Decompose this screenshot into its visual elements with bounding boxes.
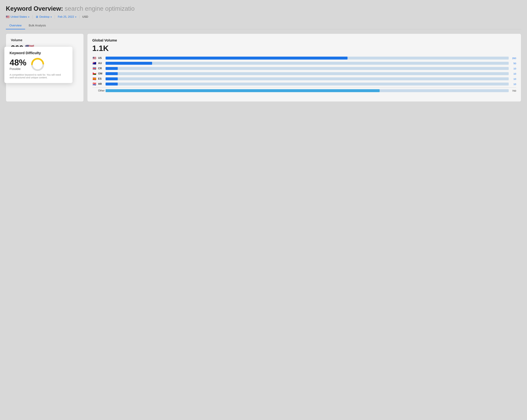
flag-es-icon: 🇪🇸 [92,77,97,81]
us-flag-icon: 🇺🇸 [6,15,9,19]
bar-value-au: 50 [510,62,516,65]
kd-donut-chart [30,57,45,72]
bar-row-es: 🇪🇸 ES 10 [92,77,516,81]
bar-value-es: 10 [510,77,516,80]
bar-track-us [106,57,509,60]
bar-track-au [106,62,509,65]
global-bars: 🇺🇸 US 260 🇦🇺 AU 50 🇨🇷 CR 10 🇴🇲 OM [92,56,516,92]
country-code-om: OM [98,72,104,75]
title-gray: search engine optimizatio [63,5,135,12]
bar-track-es [106,77,509,80]
kd-description: A competitive keyword to rank for. You w… [10,73,65,79]
country-code-hr: HR [98,83,104,86]
country-code-us: US [98,57,104,60]
bar-value-om: 10 [510,72,516,75]
tab-bulk-analysis[interactable]: Bulk Analysis [25,22,49,29]
device-label: Desktop [39,15,49,19]
volume-card: Volume 260 🇺🇸 Keyword Difficulty 48% Pos… [6,33,84,102]
filter-bar: 🇺🇸 United States ▾ 🖥 Desktop ▾ Feb 25, 2… [6,15,521,19]
global-volume-label: Global Volume [92,38,516,43]
currency-label: USD [82,15,88,19]
bar-track-om [106,72,509,75]
bar-fill-other [106,89,380,92]
country-code-es: ES [98,77,104,80]
page-title: Keyword Overview: search engine optimiza… [6,5,521,12]
kd-popup: Keyword Difficulty 48% Possible A compet… [4,47,73,83]
country-code-cr: CR [98,67,104,70]
country-filter[interactable]: 🇺🇸 United States ▾ [6,15,33,19]
donut-svg [30,57,45,72]
kd-body: 48% Possible [10,57,67,72]
kd-status: Possible [10,67,26,71]
bar-track-other [106,89,509,92]
bar-fill-es [106,77,118,80]
kd-left: 48% Possible [10,58,26,71]
bar-row-au: 🇦🇺 AU 50 [92,61,516,65]
bar-row-other: Other 700 [92,89,516,92]
other-value: 700 [510,89,516,92]
bar-fill-hr [106,83,118,86]
bar-row-cr: 🇨🇷 CR 10 [92,67,516,70]
country-chevron-icon: ▾ [28,16,29,18]
tab-overview[interactable]: Overview [6,22,25,29]
currency-filter: USD [82,15,91,19]
bar-fill-om [106,72,118,75]
bar-track-hr [106,83,509,86]
bar-value-us: 260 [510,57,516,60]
global-volume-card: Global Volume 1.1K 🇺🇸 US 260 🇦🇺 AU 50 🇨🇷… [87,33,521,102]
kd-percent: 48% [10,58,26,67]
global-volume-value: 1.1K [92,44,516,53]
tabs: Overview Bulk Analysis [6,22,521,29]
flag-au-icon: 🇦🇺 [92,61,97,65]
country-code-au: AU [98,62,104,65]
cards-row: Volume 260 🇺🇸 Keyword Difficulty 48% Pos… [6,33,521,102]
volume-label: Volume [11,38,79,42]
bar-track-cr [106,67,509,70]
bar-value-cr: 10 [510,67,516,70]
country-label: United States [11,15,27,19]
device-filter[interactable]: 🖥 Desktop ▾ [35,15,55,19]
other-label: Other [98,89,104,92]
bar-row-hr: 🇭🇷 HR 10 [92,82,516,86]
date-filter[interactable]: Feb 25, 2022 ▾ [58,15,79,19]
bar-row-us: 🇺🇸 US 260 [92,56,516,60]
device-chevron-icon: ▾ [51,16,52,18]
bar-value-hr: 10 [510,83,516,86]
monitor-icon: 🖥 [35,15,38,19]
bar-row-om: 🇴🇲 OM 10 [92,72,516,76]
bar-fill-cr [106,67,118,70]
flag-om-icon: 🇴🇲 [92,72,97,76]
flag-us-icon: 🇺🇸 [92,56,97,60]
date-chevron-icon: ▾ [75,16,76,18]
bar-fill-us [106,57,348,60]
title-bold: Keyword Overview: [6,5,63,12]
flag-cr-icon: 🇨🇷 [92,67,97,70]
bar-fill-au [106,62,152,65]
flag-hr-icon: 🇭🇷 [92,82,97,86]
date-label: Feb 25, 2022 [58,15,74,19]
kd-title: Keyword Difficulty [10,51,67,55]
